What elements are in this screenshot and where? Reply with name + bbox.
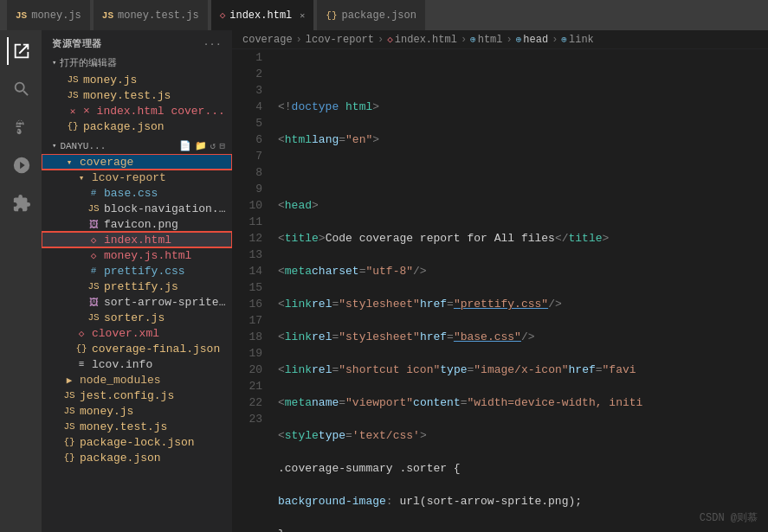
breadcrumb-coverage[interactable]: coverage [242,34,293,46]
js-icon: JS [66,88,80,102]
editor-area: coverage › lcov-report › ◇index.html › ⊕… [232,30,768,532]
tab-money-js[interactable]: JS money.js [7,0,90,30]
expand-arrow-icon: ▾ [52,141,56,151]
folder-label: lcov-report [92,171,166,184]
sidebar-title: 资源管理器 [52,37,102,50]
project-icons: 📄 📁 ↺ ⊟ [179,140,225,151]
folder-lcov-report[interactable]: ▾ lcov-report [42,170,232,185]
file-label: money.js [80,405,133,418]
open-file-money-test-js[interactable]: JS money.test.js [42,87,232,103]
html-icon: ◇ [87,248,100,262]
file-sort-arrow-sprite[interactable]: 🖼 sort-arrow-sprite.p... [42,294,232,310]
html-file-icon: ◇ [220,10,226,21]
js-file-icon: JS [102,10,113,21]
file-index-html[interactable]: ◇ index.html [42,232,232,247]
file-prettify-css[interactable]: # prettify.css [42,263,232,279]
tab-package-json[interactable]: {} package.json [317,0,425,30]
breadcrumb-lcov-report[interactable]: lcov-report [306,34,374,46]
json-icon: {} [66,119,80,133]
tab-label: index.html [229,10,292,22]
refresh-icon[interactable]: ↺ [210,140,216,151]
file-sorter-js[interactable]: JS sorter.js [42,310,232,325]
new-file-icon[interactable]: 📄 [179,140,191,151]
file-label: × index.html cover... [83,105,225,118]
file-block-navigation-js[interactable]: JS block-navigation.js [42,201,232,216]
file-label: package-lock.json [80,436,195,449]
json-icon: {} [74,342,88,356]
project-section[interactable]: ▾ DANYU... 📄 📁 ↺ ⊟ [42,138,232,154]
tab-money-test-js[interactable]: JS money.test.js [94,0,208,30]
file-lcov-info[interactable]: ≡ lcov.info [42,356,232,372]
html-icon: ✕ [66,104,80,118]
breadcrumb-head[interactable]: ⊕head [516,34,548,46]
breadcrumb: coverage › lcov-report › ◇index.html › ⊕… [232,30,768,49]
file-label: money.test.js [83,89,171,102]
source-control-icon[interactable] [7,113,35,141]
breadcrumb-sep: › [461,34,467,46]
file-money-js-html[interactable]: ◇ money.js.html [42,247,232,263]
file-label: package.json [80,452,161,465]
code-line-3: <html lang="en"> [278,131,768,148]
code-line-10: <link rel="shortcut icon" type="image/x-… [278,362,768,378]
close-icon[interactable]: ✕ [300,10,305,21]
open-editors-label: 打开的编辑器 [60,56,117,69]
open-editors-section[interactable]: ▾ 打开的编辑器 [42,54,232,72]
breadcrumb-sep: › [507,34,513,46]
explorer-icon[interactable] [7,37,35,65]
folder-label: node_modules [80,374,161,387]
breadcrumb-link[interactable]: ⊕link [561,34,593,46]
folder-coverage[interactable]: ▾ coverage [42,154,232,170]
extensions-icon[interactable] [7,189,35,217]
file-prettify-js[interactable]: JS prettify.js [42,279,232,294]
project-name: DANYU... [60,141,106,151]
code-lines[interactable]: <!doctype html> <html lang="en"> <head> … [271,49,768,532]
code-line-13: .coverage-summary .sorter { [278,460,768,477]
file-jest-config-js[interactable]: JS jest.config.js [42,388,232,403]
file-package-lock-json[interactable]: {} package-lock.json [42,434,232,450]
info-icon: ≡ [74,357,88,371]
collapse-arrow-icon: ▾ [52,58,56,67]
code-line-8: <link rel="stylesheet" href="prettify.cs… [278,296,768,312]
breadcrumb-html[interactable]: ⊕html [470,34,502,46]
file-label: block-navigation.js [104,202,232,215]
new-folder-icon[interactable]: 📁 [195,140,207,151]
file-label: base.css [104,187,158,200]
file-base-css[interactable]: # base.css [42,185,232,201]
json-icon: {} [62,435,76,449]
breadcrumb-sep: › [552,34,558,46]
breadcrumb-sep: › [296,34,302,46]
code-line-11: <meta name="viewport" content="width=dev… [278,394,768,411]
file-label: money.test.js [80,420,167,433]
file-clover-xml[interactable]: ◇ clover.xml [42,325,232,341]
file-coverage-final-json[interactable]: {} coverage-final.json [42,341,232,356]
folder-icon: ▾ [74,170,88,184]
folder-node-modules[interactable]: ▶ node_modules [42,372,232,388]
file-label: prettify.css [104,265,185,278]
watermark: CSDN @则慕 [700,510,758,525]
file-favicon-png[interactable]: 🖼 favicon.png [42,216,232,232]
open-file-index-html[interactable]: ✕ × index.html cover... [42,103,232,119]
more-options-icon[interactable]: ··· [203,39,222,49]
code-line-6: <title>Code coverage report for All file… [278,230,768,247]
file-money-test-js[interactable]: JS money.test.js [42,419,232,434]
code-editor[interactable]: 12345 678910 1112131415 1617181920 21222… [232,49,768,532]
sidebar: 资源管理器 ··· ▾ 打开的编辑器 JS money.js JS money.… [42,30,232,532]
search-icon[interactable] [7,75,35,103]
tab-index-html[interactable]: ◇ index.html ✕ [211,0,314,30]
file-money-js[interactable]: JS money.js [42,403,232,419]
code-line-14: background-image: url(sort-arrow-sprite.… [278,493,768,510]
file-package-json[interactable]: {} package.json [42,450,232,465]
debug-icon[interactable] [7,151,35,179]
code-line-1 [278,66,768,82]
code-line-9: <link rel="stylesheet" href="base.css" /… [278,329,768,345]
file-label: package.json [83,120,165,133]
file-label: sorter.js [104,311,165,324]
file-label: coverage-final.json [92,343,220,356]
js-icon: JS [62,404,76,418]
file-label: favicon.png [104,218,178,231]
open-file-package-json[interactable]: {} package.json [42,119,232,134]
breadcrumb-index-html[interactable]: ◇index.html [387,34,457,46]
css-icon: # [87,186,100,200]
collapse-all-icon[interactable]: ⊟ [219,140,225,151]
open-file-money-js[interactable]: JS money.js [42,72,232,87]
